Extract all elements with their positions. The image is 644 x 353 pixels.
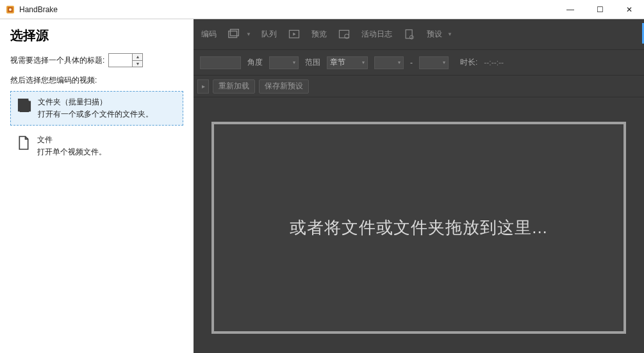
range-mode-dropdown[interactable]: 章节 <box>327 56 368 69</box>
close-button[interactable]: ✕ <box>615 0 644 19</box>
range-label: 范围 <box>305 57 320 68</box>
source-heading: 选择源 <box>10 27 183 44</box>
minimize-button[interactable]: — <box>556 0 585 19</box>
save-new-preset-button[interactable]: 保存新预设 <box>259 79 309 94</box>
title-spinner-input[interactable] <box>109 54 132 67</box>
reload-preset-button[interactable]: 重新加载 <box>213 79 255 94</box>
titlebar: HandBrake — ☐ ✕ <box>0 0 644 19</box>
pictures-icon <box>227 28 241 42</box>
spinner-up-icon[interactable]: ▲ <box>133 54 142 61</box>
title-select-label: 视需要选择一个具体的标题: <box>10 55 104 66</box>
toolbar-preview[interactable]: 预览 <box>308 26 331 42</box>
option-title: 文件 <box>37 135 106 145</box>
folder-icon <box>17 97 31 113</box>
app-icon <box>5 4 15 15</box>
svg-rect-6 <box>229 31 237 37</box>
svg-point-2 <box>9 8 12 11</box>
title-dropdown[interactable] <box>200 56 241 69</box>
source-info-row: 角度 范围 章节 - 时长: --:--:-- <box>194 50 644 76</box>
drop-zone-message: 或者将文件或文件夹拖放到这里... <box>290 217 548 239</box>
preset-button-row: ▸ 重新加载 保存新预设 <box>194 76 644 97</box>
duration-value: --:--:-- <box>484 58 504 67</box>
svg-rect-5 <box>20 101 29 112</box>
range-start-dropdown[interactable] <box>374 56 404 69</box>
option-desc: 打开单个视频文件。 <box>37 147 106 158</box>
source-select-panel: 选择源 视需要选择一个具体的标题: ▲ ▼ 然后选择您想编码的视频: <box>0 19 194 353</box>
angle-label: 角度 <box>247 57 263 68</box>
title-spinner[interactable]: ▲ ▼ <box>108 53 143 67</box>
toolbar-activity[interactable]: 活动日志 <box>358 26 396 42</box>
play-icon <box>287 28 301 42</box>
spinner-down-icon[interactable]: ▼ <box>133 61 142 67</box>
document-gear-icon <box>402 28 417 42</box>
option-title: 文件夹（批量扫描） <box>38 97 153 108</box>
toolbar-presets[interactable]: 预设 ▼ <box>423 26 456 42</box>
file-icon <box>17 135 31 151</box>
maximize-button[interactable]: ☐ <box>585 0 615 19</box>
angle-dropdown[interactable] <box>269 56 299 69</box>
drop-zone[interactable]: 或者将文件或文件夹拖放到这里... <box>211 122 626 334</box>
duration-label: 时长: <box>460 57 477 68</box>
range-end-dropdown[interactable] <box>419 56 449 69</box>
title-select-row: 视需要选择一个具体的标题: ▲ ▼ <box>10 53 183 67</box>
source-option-folder[interactable]: 文件夹（批量扫描） 打开有一个或多个文件的文件夹。 <box>10 91 183 126</box>
main-area: 编码 ▼ 队列 预览 <box>194 19 644 353</box>
app-title: HandBrake <box>19 5 58 14</box>
preset-next-icon[interactable]: ▸ <box>197 79 209 94</box>
chevron-down-icon: ▼ <box>246 31 251 37</box>
source-option-file[interactable]: 文件 打开单个视频文件。 <box>10 129 183 163</box>
encode-prompt: 然后选择您想编码的视频: <box>10 75 183 86</box>
toolbar-add-multi[interactable]: ▼ <box>223 25 255 44</box>
toolbar-encode[interactable]: 编码 <box>197 26 220 42</box>
option-desc: 打开有一个或多个文件的文件夹。 <box>38 109 153 120</box>
toolbar-preview-settings[interactable] <box>333 25 355 44</box>
svg-rect-11 <box>406 29 412 38</box>
chevron-down-icon: ▼ <box>447 31 452 37</box>
svg-rect-7 <box>231 29 239 35</box>
preview-gear-icon <box>337 28 351 42</box>
main-toolbar: 编码 ▼ 队列 预览 <box>194 19 644 50</box>
toolbar-queue[interactable]: 队列 <box>258 26 281 42</box>
toolbar-play[interactable] <box>283 25 305 44</box>
toolbar-activity-icon[interactable] <box>399 25 420 44</box>
range-dash: - <box>410 58 413 67</box>
